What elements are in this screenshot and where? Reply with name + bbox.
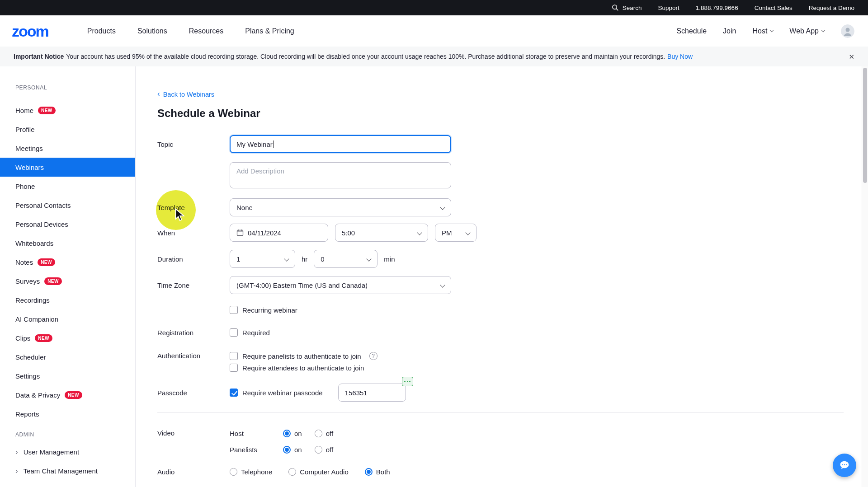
sidebar-item-webinars[interactable]: Webinars [0, 158, 135, 177]
radio-on[interactable] [283, 446, 291, 454]
zoom-web-portal: Search Support 1.888.799.9666 Contact Sa… [0, 0, 868, 487]
date-input[interactable]: 04/11/2024 [230, 224, 328, 242]
duration-row: Duration 1 hr 0 min [157, 250, 844, 268]
sidebar-item-scheduler[interactable]: Scheduler [0, 347, 135, 366]
topic-input[interactable]: My Webinar [230, 135, 451, 153]
passcode-input-wrap: 156351 [338, 384, 406, 402]
sidebar-item-notes[interactable]: Notes NEW [0, 253, 135, 272]
sidebar-item-profile[interactable]: Profile [0, 120, 135, 139]
sidebar-item-whiteboards[interactable]: Whiteboards [0, 234, 135, 253]
host-menu[interactable]: Host [752, 27, 773, 35]
search-button[interactable]: Search [612, 4, 642, 11]
sidebar-item-label: Meetings [15, 145, 43, 152]
web-app-menu[interactable]: Web App [789, 27, 825, 35]
video-host-label: Host [230, 430, 283, 437]
request-demo-link[interactable]: Request a Demo [809, 5, 854, 11]
video-panelists-on-option[interactable]: on [283, 446, 302, 454]
scrollbar-thumb[interactable] [863, 68, 867, 183]
radio-computer-audio[interactable] [288, 468, 296, 476]
template-row: Template None [157, 198, 844, 216]
sidebar-item-personal-devices[interactable]: Personal Devices [0, 215, 135, 234]
user-avatar-icon [841, 24, 854, 38]
passcode-input[interactable]: 156351 [338, 384, 406, 402]
sidebar-item-meetings[interactable]: Meetings [0, 139, 135, 158]
sidebar-item-label: Team Chat Management [24, 467, 98, 475]
passcode-checkbox-label: Require webinar passcode [242, 389, 323, 397]
avatar[interactable] [841, 24, 854, 38]
audio-label: Audio [157, 468, 230, 476]
sidebar-item-clips[interactable]: Clips NEW [0, 328, 135, 347]
buy-now-link[interactable]: Buy Now [667, 53, 693, 60]
timezone-select[interactable]: (GMT-4:00) Eastern Time (US and Canada) [230, 276, 451, 294]
time-select[interactable]: 5:00 [335, 224, 428, 242]
radio-telephone[interactable] [230, 468, 237, 476]
support-link[interactable]: Support [658, 5, 679, 11]
back-chevron-icon: ‹ [157, 90, 160, 98]
sidebar-item-personal-contacts[interactable]: Personal Contacts [0, 196, 135, 215]
chevron-down-icon [465, 230, 470, 235]
sidebar-item-user-management[interactable]: › User Management [0, 442, 135, 461]
notice-title: Important Notice [14, 53, 64, 60]
sidebar-item-phone[interactable]: Phone [0, 177, 135, 196]
sidebar-item-label: Whiteboards [15, 239, 53, 247]
duration-hours-select[interactable]: 1 [230, 250, 295, 268]
duration-hours-value: 1 [236, 255, 240, 263]
sidebar-item-label: Clips [15, 334, 30, 342]
radio-on[interactable] [283, 430, 291, 437]
help-icon[interactable]: ? [369, 352, 377, 360]
duration-minutes-value: 0 [321, 255, 324, 263]
audio-computer-option[interactable]: Computer Audio [288, 468, 349, 476]
calendar-icon [236, 229, 244, 236]
duration-minutes-select[interactable]: 0 [314, 250, 377, 268]
chat-support-button[interactable] [833, 454, 856, 477]
close-icon[interactable]: ✕ [849, 53, 854, 60]
nav-solutions[interactable]: Solutions [137, 27, 167, 35]
sidebar-item-ai-companion[interactable]: AI Companion [0, 309, 135, 328]
when-label: When [157, 229, 230, 237]
chevron-down-icon [417, 230, 422, 235]
auth-panelists-checkbox[interactable] [230, 352, 238, 360]
video-panelists-off-option[interactable]: off [315, 446, 333, 454]
auth-attendees-checkbox[interactable] [230, 364, 238, 372]
zoom-logo[interactable]: zoom [12, 23, 48, 39]
description-input[interactable]: Add Description [230, 162, 451, 188]
recurring-row: Recurring webinar [157, 306, 844, 314]
registration-required-label: Required [242, 329, 270, 337]
meridiem-select[interactable]: PM [435, 224, 476, 242]
minutes-unit-label: min [384, 255, 395, 263]
radio-off[interactable] [315, 430, 322, 437]
sidebar-item-data-privacy[interactable]: Data & Privacy NEW [0, 385, 135, 404]
schedule-link[interactable]: Schedule [676, 27, 707, 35]
contact-sales-link[interactable]: Contact Sales [755, 5, 793, 11]
radio-off[interactable] [315, 446, 322, 454]
recurring-checkbox[interactable] [230, 306, 238, 314]
storage-notice-banner: Important Notice Your account has used 9… [0, 47, 868, 66]
sidebar-item-home[interactable]: Home NEW [0, 101, 135, 120]
audio-both-option[interactable]: Both [365, 468, 390, 476]
nav-plans-pricing[interactable]: Plans & Pricing [245, 27, 294, 35]
audio-telephone-option[interactable]: Telephone [230, 468, 272, 476]
video-host-off-option[interactable]: off [315, 430, 333, 437]
utility-bar-links: Search Support 1.888.799.9666 Contact Sa… [612, 4, 854, 11]
nav-resources[interactable]: Resources [189, 27, 223, 35]
sidebar-item-recordings[interactable]: Recordings [0, 290, 135, 309]
sidebar-item-surveys[interactable]: Surveys NEW [0, 272, 135, 290]
sidebar-item-team-chat-management[interactable]: › Team Chat Management [0, 461, 135, 480]
registration-required-checkbox[interactable] [230, 328, 238, 337]
video-host-on-option[interactable]: on [283, 430, 302, 437]
join-link[interactable]: Join [723, 27, 736, 35]
radio-both[interactable] [365, 468, 373, 476]
template-label: Template [157, 204, 230, 211]
schedule-webinar-form: ‹ Back to Webinars Schedule a Webinar To… [136, 66, 868, 487]
sidebar-item-settings[interactable]: Settings [0, 366, 135, 385]
expand-chevron-icon: › [15, 448, 18, 456]
back-to-webinars-link[interactable]: ‹ Back to Webinars [157, 91, 214, 98]
nav-products[interactable]: Products [87, 27, 116, 35]
new-badge: NEW [65, 391, 82, 399]
sidebar-item-reports[interactable]: Reports [0, 404, 135, 423]
passcode-checkbox[interactable] [230, 389, 238, 397]
chat-bubble-icon [839, 459, 850, 471]
sidebar: PERSONAL Home NEW Profile Meetings Webin… [0, 66, 136, 487]
auth-attendees-label: Require attendees to authenticate to joi… [242, 364, 364, 372]
template-select[interactable]: None [230, 198, 451, 216]
